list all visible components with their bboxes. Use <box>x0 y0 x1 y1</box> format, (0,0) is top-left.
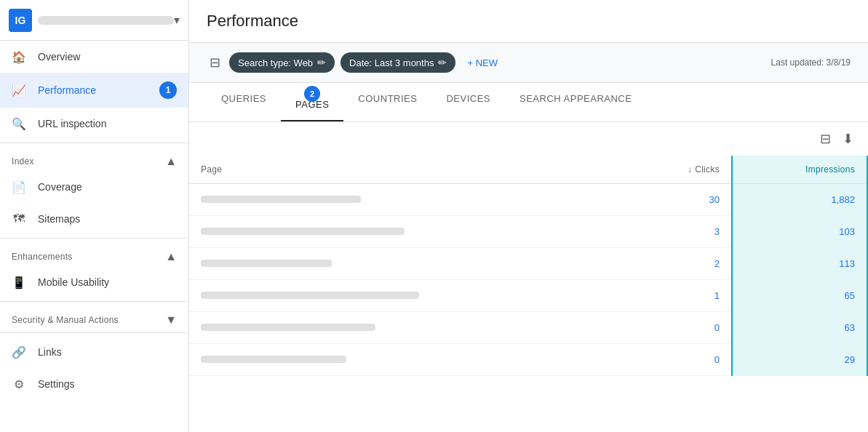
sitemaps-icon: 🗺 <box>12 212 26 226</box>
search-type-label: Search type: Web <box>238 57 313 68</box>
sidebar-item-label: URL inspection <box>38 118 106 129</box>
impressions-cell: 63 <box>732 312 867 344</box>
tabs-bar: QUERIES 2 PAGES COUNTRIES DEVICES SEARCH… <box>189 83 868 122</box>
page-cell <box>189 280 629 312</box>
enhancements-chevron-icon[interactable]: ▲ <box>165 250 177 263</box>
clicks-column-header[interactable]: ↓Clicks <box>629 156 732 184</box>
impressions-cell: 1,882 <box>732 184 867 216</box>
page-cell <box>189 344 629 376</box>
sidebar-item-settings[interactable]: ⚙ Settings <box>0 368 188 400</box>
impressions-cell: 103 <box>732 216 867 248</box>
enhancements-section-label: Enhancements <box>12 252 73 262</box>
tab-countries[interactable]: COUNTRIES <box>343 83 431 121</box>
impressions-column-header: Impressions <box>732 156 867 184</box>
sidebar-item-label: Coverage <box>38 181 82 193</box>
index-chevron-icon[interactable]: ▲ <box>165 155 177 168</box>
performance-badge: 1 <box>159 81 177 99</box>
sort-icon: ↓ <box>688 164 692 175</box>
table-row[interactable]: 063 <box>189 312 867 344</box>
tab-queries[interactable]: QUERIES <box>207 83 281 121</box>
page-cell <box>189 184 629 216</box>
impressions-cell: 29 <box>732 344 867 376</box>
account-dropdown-icon[interactable]: ▾ <box>174 13 180 27</box>
account-selector[interactable] <box>38 16 174 25</box>
app-logo: IG <box>9 9 32 32</box>
new-button[interactable]: + NEW <box>461 53 503 73</box>
main-content: Performance ⊟ Search type: Web ✏ Date: L… <box>189 0 868 432</box>
security-section-label: Security & Manual Actions <box>12 315 119 325</box>
new-button-label: + NEW <box>467 57 498 68</box>
divider <box>0 238 188 239</box>
table-row[interactable]: 165 <box>189 280 867 312</box>
home-icon: 🏠 <box>12 49 26 64</box>
sidebar-item-label: Performance <box>38 84 96 96</box>
tab-pages[interactable]: 2 PAGES <box>281 83 343 121</box>
sidebar-item-url-inspection[interactable]: 🔍 URL inspection <box>0 108 188 140</box>
links-icon: 🔗 <box>12 345 26 359</box>
page-cell <box>189 248 629 280</box>
table-toolbar: ⊟ ⬇ <box>189 122 868 156</box>
divider <box>0 143 188 143</box>
chip-edit-icon: ✏ <box>438 57 447 68</box>
page-title: Performance <box>207 12 851 31</box>
chip-edit-icon: ✏ <box>317 57 326 68</box>
page-header: Performance <box>189 0 868 43</box>
clicks-cell: 0 <box>629 344 732 376</box>
divider <box>0 332 188 333</box>
sidebar-item-label: Settings <box>38 378 75 390</box>
sidebar-item-label: Links <box>38 346 62 358</box>
sidebar-item-links[interactable]: 🔗 Links <box>0 336 188 368</box>
date-label: Date: Last 3 months <box>349 57 434 68</box>
security-section-header[interactable]: Security & Manual Actions ▼ <box>0 305 188 329</box>
security-chevron-icon[interactable]: ▼ <box>165 313 177 327</box>
column-filter-icon[interactable]: ⊟ <box>817 128 834 150</box>
date-chip[interactable]: Date: Last 3 months ✏ <box>341 52 455 73</box>
mobile-icon: 📱 <box>12 275 26 289</box>
coverage-icon: 📄 <box>12 180 26 194</box>
table-row[interactable]: 301,882 <box>189 184 867 216</box>
performance-icon: 📈 <box>12 83 26 97</box>
page-cell <box>189 312 629 344</box>
page-column-header: Page <box>189 156 629 184</box>
sidebar-header: IG ▾ <box>0 0 188 41</box>
filter-icon[interactable]: ⊟ <box>207 52 223 73</box>
sidebar-item-mobile-usability[interactable]: 📱 Mobile Usability <box>0 266 188 298</box>
impressions-cell: 113 <box>732 248 867 280</box>
clicks-cell: 0 <box>629 312 732 344</box>
index-section-header: Index ▲ <box>0 146 188 171</box>
table-row[interactable]: 029 <box>189 344 867 376</box>
enhancements-section-header: Enhancements ▲ <box>0 241 188 266</box>
download-icon[interactable]: ⬇ <box>840 128 856 150</box>
search-icon: 🔍 <box>12 116 26 131</box>
clicks-cell: 3 <box>629 216 732 248</box>
sidebar-item-coverage[interactable]: 📄 Coverage <box>0 171 188 203</box>
divider <box>0 301 188 302</box>
impressions-cell: 65 <box>732 280 867 312</box>
search-type-chip[interactable]: Search type: Web ✏ <box>229 52 335 73</box>
sidebar-item-label: Mobile Usability <box>38 276 109 288</box>
index-section-label: Index <box>12 156 34 167</box>
sidebar: IG ▾ 🏠 Overview 📈 Performance 1 🔍 URL in… <box>0 0 189 432</box>
settings-icon: ⚙ <box>12 377 26 391</box>
sidebar-item-label: Overview <box>38 51 80 63</box>
pages-tab-badge: 2 <box>304 86 320 102</box>
sidebar-item-sitemaps[interactable]: 🗺 Sitemaps <box>0 203 188 235</box>
table-row[interactable]: 2113 <box>189 248 867 280</box>
clicks-cell: 30 <box>629 184 732 216</box>
sidebar-item-overview[interactable]: 🏠 Overview <box>0 41 188 73</box>
table-area: ⊟ ⬇ Page ↓Clicks Impressions 301,8823 <box>189 122 868 432</box>
clicks-cell: 1 <box>629 280 732 312</box>
table-row[interactable]: 3103 <box>189 216 867 248</box>
page-cell <box>189 216 629 248</box>
sidebar-item-performance[interactable]: 📈 Performance 1 <box>0 73 188 108</box>
toolbar: ⊟ Search type: Web ✏ Date: Last 3 months… <box>189 43 868 83</box>
tab-devices[interactable]: DEVICES <box>431 83 505 121</box>
data-table: Page ↓Clicks Impressions 301,88231032113… <box>189 156 868 376</box>
sidebar-item-label: Sitemaps <box>38 213 80 225</box>
clicks-cell: 2 <box>629 248 732 280</box>
tab-search-appearance[interactable]: SEARCH APPEARANCE <box>505 83 646 121</box>
last-updated-text: Last updated: 3/8/19 <box>771 57 851 68</box>
